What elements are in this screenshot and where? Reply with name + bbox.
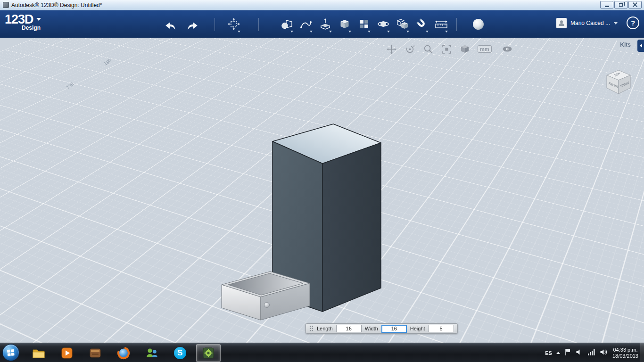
view-cube[interactable]: TOP FRONT RIGHT <box>600 64 637 102</box>
measure-caret-icon <box>445 31 448 33</box>
taskbar-item-messenger[interactable] <box>140 344 164 362</box>
screen: Autodesk® 123D® Design: Untitled* 123D D… <box>0 0 644 362</box>
taskbar-item-media-player[interactable] <box>55 344 79 362</box>
taskbar-clock[interactable]: 04:33 p.m. 18/03/2013 <box>612 347 638 359</box>
eye-icon <box>502 45 512 53</box>
height-input[interactable] <box>429 325 454 332</box>
close-icon <box>633 2 637 7</box>
modify-caret-icon <box>348 31 351 33</box>
visibility-button[interactable] <box>502 43 513 55</box>
revolve-tool-button[interactable] <box>376 15 391 33</box>
taskbar-item-skype[interactable]: S <box>168 344 192 362</box>
toolbar-divider <box>456 18 457 31</box>
primitives-tool-button[interactable] <box>279 15 294 33</box>
width-input[interactable] <box>381 325 407 333</box>
toolbar-divider <box>215 18 215 31</box>
height-label: Height <box>410 326 425 331</box>
sketch-icon <box>300 18 312 30</box>
measure-icon <box>435 18 448 30</box>
magnet-icon <box>416 18 428 30</box>
pan-button[interactable] <box>386 43 397 55</box>
folder-icon <box>32 347 45 359</box>
language-indicator[interactable]: ES <box>545 350 552 356</box>
show-desktop-button[interactable] <box>640 343 644 362</box>
title-bar: Autodesk® 123D® Design: Untitled* <box>0 0 644 10</box>
volume-button[interactable] <box>600 348 608 358</box>
app-toolbar: 123D Design <box>0 10 644 38</box>
firefox-icon <box>117 346 130 360</box>
system-tray: ES <box>545 343 638 362</box>
view-navigation-toolbar: mm <box>386 43 513 55</box>
transform-caret-icon <box>238 31 240 33</box>
action-center-button[interactable] <box>564 348 571 358</box>
modify-tool-button[interactable] <box>337 15 352 33</box>
canvas-3d-models <box>0 38 644 343</box>
measure-tool-button[interactable] <box>434 15 449 33</box>
window-app-icon <box>3 2 9 8</box>
primitives-caret-icon <box>290 31 293 33</box>
pan-icon <box>387 44 396 54</box>
sketch-tool-button[interactable] <box>298 15 314 33</box>
orbit-button[interactable] <box>404 43 415 55</box>
viewport-3d[interactable]: 190 135 <box>0 38 644 343</box>
transform-tool-button[interactable] <box>226 15 241 33</box>
pattern-tool-button[interactable] <box>356 15 372 33</box>
minimize-button[interactable] <box>600 1 613 8</box>
window-controls <box>600 1 642 8</box>
workbench-icon <box>89 347 101 359</box>
network-button[interactable] <box>587 348 595 358</box>
123d-design-icon <box>202 347 215 359</box>
redo-button[interactable] <box>185 18 200 36</box>
fit-view-button[interactable] <box>441 43 452 55</box>
user-caret-icon <box>614 22 618 25</box>
undo-button[interactable] <box>163 18 178 36</box>
primitives-icon <box>281 18 293 30</box>
clock-date: 18/03/2013 <box>612 353 638 359</box>
restore-icon <box>619 3 623 7</box>
redo-icon <box>187 21 199 33</box>
network-signal-icon <box>587 348 595 356</box>
close-button[interactable] <box>628 1 642 8</box>
sketch-caret-icon <box>310 31 313 33</box>
zoom-button[interactable] <box>422 43 434 55</box>
revolve-snap-icon <box>377 18 389 30</box>
flag-icon <box>564 348 571 356</box>
windows-logo-icon <box>6 348 16 357</box>
param-bar-handle[interactable] <box>309 325 314 332</box>
volume-icon <box>600 348 608 356</box>
app-menu[interactable]: 123D Design <box>5 12 41 31</box>
help-button[interactable]: ? <box>627 16 639 29</box>
construct-extrude-icon <box>319 18 331 30</box>
app-menu-caret-icon <box>36 18 41 21</box>
modify-cube-icon <box>339 18 351 30</box>
length-input[interactable] <box>336 325 362 332</box>
help-label: ? <box>631 19 635 27</box>
taskbar-item-firefox[interactable] <box>111 344 136 362</box>
start-button[interactable] <box>2 344 19 361</box>
taskbar: S ES <box>0 343 644 362</box>
revolve-caret-icon <box>387 31 390 33</box>
chevron-left-icon <box>640 44 642 48</box>
kits-panel-toggle[interactable] <box>637 40 644 52</box>
hidden-icons-button[interactable] <box>556 352 560 354</box>
audio-device-button[interactable] <box>576 348 583 358</box>
taskbar-item-explorer[interactable] <box>26 344 51 362</box>
model-sphere-dot[interactable] <box>264 303 270 308</box>
material-tool-button[interactable] <box>471 15 486 33</box>
shading-mode-icon <box>460 44 470 54</box>
clock-time: 04:33 p.m. <box>613 347 637 353</box>
toolbar-divider <box>258 18 259 31</box>
construct-tool-button[interactable] <box>318 15 333 33</box>
restore-button[interactable] <box>614 1 627 8</box>
avatar <box>556 18 567 28</box>
messenger-people-icon <box>145 347 158 359</box>
user-account[interactable]: Mario Caiced ... <box>556 18 618 28</box>
shading-mode-button[interactable] <box>459 43 471 55</box>
taskbar-item-123d-design[interactable] <box>196 344 221 362</box>
magnet-tool-button[interactable] <box>414 15 429 33</box>
combine-tool-button[interactable] <box>395 15 410 33</box>
app-logo-sub: Design <box>22 25 41 31</box>
dimension-parameter-bar: Length Width Height <box>305 323 458 334</box>
units-toggle[interactable]: mm <box>478 45 492 53</box>
taskbar-item-app[interactable] <box>83 344 107 362</box>
